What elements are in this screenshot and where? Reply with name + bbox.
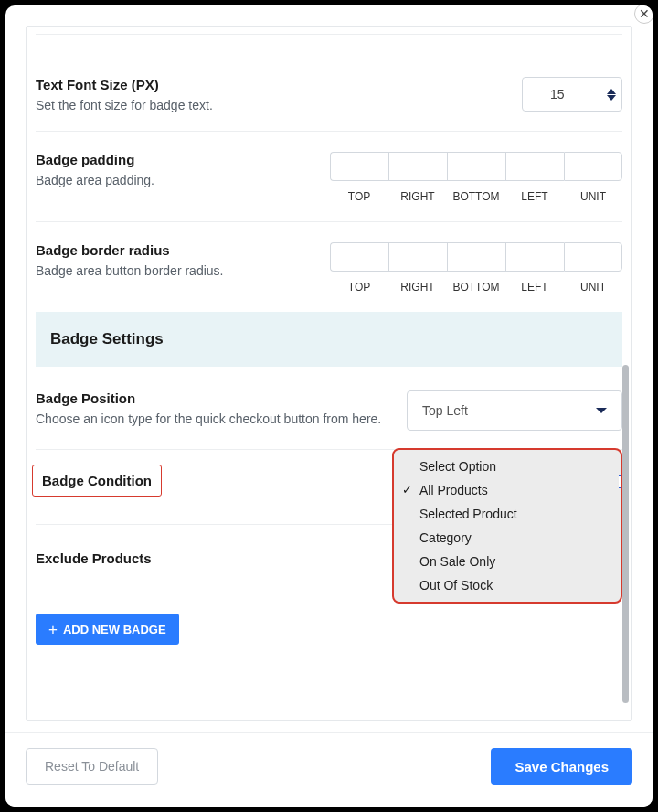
page: Text Font Size (PX) Set the font size fo… [5,5,653,807]
padding-label-bottom: BOTTOM [447,190,505,203]
radius-label-top: TOP [330,281,388,294]
radius-label-bottom: BOTTOM [447,281,505,294]
font-size-stepper[interactable]: 15 [522,77,622,112]
condition-title: Badge Condition [42,473,152,488]
radius-label-unit: UNIT [564,281,622,294]
footer: Reset To Default Save Changes [5,732,653,807]
radius-left-input[interactable] [505,242,564,272]
radius-label-right: RIGHT [388,281,447,294]
save-button[interactable]: Save Changes [491,748,632,785]
condition-option-on-sale[interactable]: On Sale Only [394,550,621,573]
row-border-radius: Badge border radius Badge area button bo… [36,222,622,312]
condition-dropdown[interactable]: Select Option All Products Selected Prod… [392,448,622,604]
condition-title-highlight: Badge Condition [32,465,162,497]
section-header-badge-settings: Badge Settings [36,312,622,367]
radius-bottom-input[interactable] [447,242,505,272]
position-select[interactable]: Top Left [407,390,622,431]
stepper-up-icon[interactable] [607,89,616,94]
section-header-title: Badge Settings [50,330,608,348]
padding-label-left: LEFT [505,190,564,203]
font-size-title: Text Font Size (PX) [36,77,513,92]
position-title: Badge Position [36,390,398,406]
settings-modal: ✕ Text Font Size (PX) Set the font size … [5,5,653,807]
stepper-down-icon[interactable] [607,95,616,101]
scroll-area: Text Font Size (PX) Set the font size fo… [26,26,632,721]
radius-label-left: LEFT [505,281,564,294]
row-badge-position: Badge Position Choose an icon type for t… [36,376,622,450]
padding-title: Badge padding [36,152,321,167]
condition-option-category[interactable]: Category [394,526,621,550]
condition-option-select[interactable]: Select Option [394,450,621,478]
close-button[interactable]: ✕ [634,5,653,24]
radius-right-input[interactable] [388,242,447,272]
row-font-size: Text Font Size (PX) Set the font size fo… [36,34,622,132]
padding-top-input[interactable] [330,152,388,181]
scrollbar-thumb[interactable] [622,365,629,703]
chevron-down-icon [596,408,607,413]
condition-option-out-of-stock[interactable]: Out Of Stock [394,573,621,602]
reset-button[interactable]: Reset To Default [26,748,158,785]
padding-bottom-input[interactable] [447,152,505,181]
padding-left-input[interactable] [505,152,564,181]
position-desc: Choose an icon type for the quick checko… [36,411,398,426]
row-padding: Badge padding Badge area padding. [36,132,622,222]
border-radius-title: Badge border radius [36,242,321,258]
font-size-desc: Set the font size for badge text. [36,98,513,112]
row-badge-condition: Badge Condition Select Option All Produc… [36,450,622,525]
radius-unit-input[interactable] [564,242,622,272]
border-radius-desc: Badge area button border radius. [36,263,321,278]
add-new-badge-button[interactable]: + ADD NEW BADGE [36,614,179,645]
radius-top-input[interactable] [330,242,388,272]
add-new-badge-label: ADD NEW BADGE [63,623,166,636]
plus-icon: + [48,622,58,637]
condition-option-all-products[interactable]: All Products [394,478,621,502]
padding-label-unit: UNIT [564,190,622,203]
font-size-value: 15 [550,87,565,102]
padding-right-input[interactable] [388,152,447,181]
padding-unit-input[interactable] [564,152,622,181]
padding-desc: Badge area padding. [36,173,321,187]
condition-option-selected-product[interactable]: Selected Product [394,502,621,526]
padding-label-top: TOP [330,190,388,203]
position-select-value: Top Left [422,403,468,418]
close-icon: ✕ [639,6,650,21]
padding-label-right: RIGHT [388,190,447,203]
